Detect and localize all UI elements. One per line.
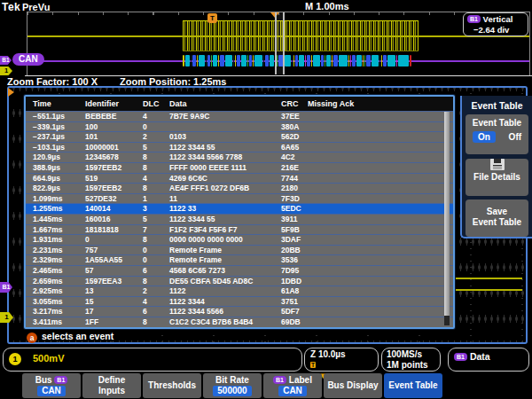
table-row[interactable]: 2.231ms7570Remote Frame20BB bbox=[26, 245, 453, 255]
table-cell: 4C2 bbox=[281, 153, 295, 162]
can-frame-segment bbox=[325, 55, 325, 66]
table-cell: 1597EEB2 bbox=[85, 163, 121, 173]
side-menu: Event Table Event Table On Off File Deta… bbox=[460, 96, 532, 239]
table-cell: 1.931ms bbox=[33, 235, 63, 245]
event-select-hint: aselects an event bbox=[27, 331, 113, 342]
table-cell: 1122 3344 bbox=[169, 297, 205, 307]
vertical-badge-title: Vertical bbox=[483, 14, 513, 24]
table-cell: 1.255ms bbox=[33, 204, 63, 214]
table-row[interactable]: 1.445ms16001651122 3344 553911 bbox=[26, 214, 453, 224]
table-cell: 120.9µs bbox=[33, 153, 60, 162]
table-row[interactable]: 2.329ms1A55AA550Remote Frame3536 bbox=[26, 254, 453, 265]
table-cell: 11 bbox=[169, 194, 177, 204]
table-cell: 1122 3344 55 bbox=[169, 143, 215, 153]
menu-bus-button[interactable]: Bus B1 CAN bbox=[22, 373, 81, 398]
can-frame-segment bbox=[348, 55, 349, 66]
table-row[interactable]: 1.255ms14001431122 335EDC bbox=[26, 203, 453, 214]
can-frame-segment bbox=[235, 55, 236, 66]
table-row[interactable]: −103.1µs1000000151122 3344 556A65 bbox=[26, 142, 453, 153]
can-frame-segment bbox=[285, 55, 291, 66]
table-row[interactable]: 3.055ms1541122 33443751 bbox=[26, 296, 453, 307]
bit-rate-label: Bit Rate bbox=[215, 375, 249, 386]
table-cell: 1FF bbox=[85, 317, 98, 327]
can-frame-segment bbox=[292, 55, 293, 66]
event-table-toggle-button[interactable]: Event Table On Off bbox=[466, 114, 528, 154]
can-frame-segment bbox=[387, 55, 395, 66]
table-row[interactable]: 1.099ms527DE321117F3D bbox=[26, 193, 453, 204]
label-value: CAN bbox=[278, 386, 307, 396]
table-cell: 2 bbox=[143, 286, 147, 296]
table-cell: 160016 bbox=[85, 215, 110, 224]
table-cell: 37EE bbox=[281, 112, 300, 121]
bus-value: CAN bbox=[37, 386, 66, 396]
table-cell: 1122 3344 5566 7788 bbox=[169, 153, 242, 162]
toggle-on[interactable]: On bbox=[473, 131, 496, 143]
table-cell: 3 bbox=[143, 204, 147, 214]
table-row[interactable]: 1.667ms181818187F1F2 F3F4 F5F6 F75F9B bbox=[26, 224, 453, 235]
can-frame-segment bbox=[321, 55, 324, 66]
table-cell: 3.217ms bbox=[33, 307, 63, 317]
bottom-menu: Bus B1 CAN Define Inputs Thresholds Bit … bbox=[22, 373, 442, 398]
column-identifier: Identifier bbox=[85, 97, 119, 111]
menu-label-button[interactable]: B1 Label CAN bbox=[263, 373, 322, 398]
zoom-window-bracket[interactable] bbox=[275, 12, 285, 74]
table-row[interactable]: −339.1µs1000380A bbox=[26, 121, 453, 132]
save-label-line1: Save bbox=[466, 207, 528, 217]
table-row[interactable]: 3.217ms1761122 3344 55665DF7 bbox=[26, 306, 453, 317]
can-frame-segment bbox=[410, 55, 411, 66]
table-cell: 8 bbox=[143, 184, 147, 193]
record-length: 1M points bbox=[387, 360, 435, 371]
column-crc: CRC bbox=[281, 97, 299, 111]
table-row[interactable]: 3.411ms1FF8C1C2 C3C4 B7B6 B4B469DB bbox=[26, 317, 453, 327]
table-cell: 69DB bbox=[281, 317, 301, 327]
table-cell: 2180 bbox=[281, 184, 298, 193]
table-row[interactable]: 2.465ms5764568 6C65 72737D95 bbox=[26, 265, 453, 276]
trigger-marker-icon[interactable]: T bbox=[207, 13, 217, 23]
can-bus-label[interactable]: CAN bbox=[12, 53, 44, 66]
event-table-scrollbar[interactable] bbox=[444, 112, 450, 325]
table-cell: −103.1µs bbox=[33, 143, 65, 153]
table-cell: AE4F FFF1 0272 DF6B bbox=[169, 184, 249, 193]
bus-b1-marker[interactable]: B1 bbox=[0, 56, 12, 65]
table-cell: 1.099ms bbox=[33, 194, 63, 204]
can-frame-segment bbox=[265, 55, 269, 66]
table-cell: 1122 3344 55 bbox=[169, 215, 215, 224]
table-row[interactable]: −237.1µs10120103562D bbox=[26, 131, 453, 142]
table-row[interactable]: 822.9µs1597EEB28AE4F FFF1 0272 DF6B2180 bbox=[26, 183, 453, 193]
can-frame-segment bbox=[307, 55, 310, 66]
table-cell: 8 bbox=[143, 235, 147, 245]
menu-thresholds-button[interactable]: Thresholds bbox=[143, 373, 201, 398]
table-cell: Remote Frame bbox=[169, 255, 222, 265]
table-row[interactable]: −551.1µsBEBEBE47B7E 9A9C37EE bbox=[26, 111, 453, 121]
table-row[interactable]: 1.931ms080000 0000 0000 00003DAF bbox=[26, 234, 453, 245]
table-cell: 8 bbox=[143, 317, 147, 327]
bus-source-readout: B1 Data bbox=[448, 348, 529, 372]
table-row[interactable]: 664.9µs51944269 6C6C7744 bbox=[26, 173, 453, 184]
table-cell: 13 bbox=[85, 286, 93, 296]
bit-rate-value: 500000 bbox=[213, 386, 251, 396]
menu-define-inputs-button[interactable]: Define Inputs bbox=[82, 373, 141, 398]
channel1-marker[interactable]: 1 bbox=[0, 66, 12, 75]
save-label-line2: Event Table bbox=[466, 217, 528, 228]
table-cell: 3DAF bbox=[281, 235, 301, 245]
table-cell: C1C2 C3C4 B7B6 B4B4 bbox=[169, 317, 253, 327]
table-row[interactable]: 120.9µs1234567881122 3344 5566 77884C2 bbox=[26, 152, 453, 162]
menu-event-table-button[interactable]: Event Table bbox=[384, 373, 442, 398]
table-cell: F1F2 F3F4 F5F6 F7 bbox=[169, 225, 238, 235]
zoomed-channel1-low-line bbox=[450, 289, 522, 291]
table-cell: 1.667ms bbox=[33, 225, 63, 235]
can-frame-segment bbox=[199, 55, 205, 66]
table-row[interactable]: 2.925ms132112261A8 bbox=[26, 286, 453, 296]
can-frame-segment bbox=[206, 55, 207, 66]
menu-bit-rate-button[interactable]: Bit Rate 500000 bbox=[203, 373, 262, 398]
toggle-off[interactable]: Off bbox=[509, 132, 521, 142]
scrollbar-thumb[interactable] bbox=[444, 316, 450, 325]
save-event-table-button[interactable]: Save Event Table bbox=[466, 200, 528, 237]
file-details-button[interactable]: File Details bbox=[466, 159, 528, 196]
can-frame-segment bbox=[383, 55, 387, 66]
table-row[interactable]: 2.659ms1597EEA38DE55 CBFA 5D45 AD8C1DBD bbox=[26, 276, 453, 286]
can-frame-segment bbox=[233, 55, 234, 66]
can-frame-segment bbox=[185, 55, 190, 66]
table-row[interactable]: 388.9µs1597EEB28FFFF 0000 EEEE 1111216E bbox=[26, 162, 453, 173]
menu-bus-display-button[interactable]: Bus Display bbox=[324, 373, 382, 398]
